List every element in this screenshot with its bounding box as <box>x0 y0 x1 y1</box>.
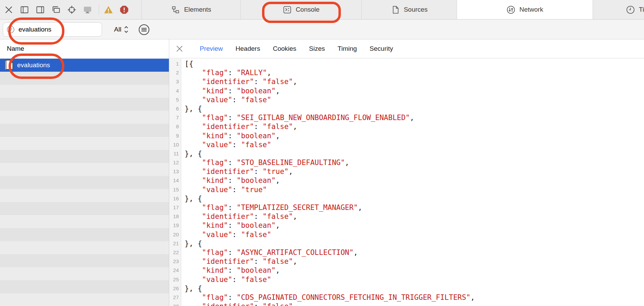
warning-icon[interactable] <box>104 5 113 14</box>
json-line: "flag": "ASYNC_ARTIFACT_COLLECTION", <box>185 248 644 257</box>
close-icon[interactable] <box>4 5 13 14</box>
document-icon <box>391 5 400 14</box>
tab-label: Elements <box>184 6 211 13</box>
filter-query-text: evaluations <box>18 26 51 33</box>
tab-sources[interactable]: Sources <box>361 0 457 19</box>
json-line: "identifier": "false", <box>185 257 644 266</box>
network-filter-bar: evaluations All <box>0 20 644 39</box>
json-preview: 1234567891011121314151617181920212223242… <box>169 59 644 306</box>
detail-tab-sizes[interactable]: Sizes <box>309 45 325 52</box>
json-line: "kind": "boolean", <box>185 176 644 185</box>
json-line: "flag": "RALLY", <box>185 68 644 77</box>
detail-tab-preview[interactable]: Preview <box>200 45 223 52</box>
tab-network[interactable]: Network <box>457 0 593 19</box>
tab-label: Sources <box>404 6 428 13</box>
json-code[interactable]: [{ "flag": "RALLY", "identifier": "false… <box>181 59 644 306</box>
empty-row-stripes <box>0 72 169 306</box>
json-line: }, { <box>185 284 644 293</box>
name-column-header[interactable]: Name <box>0 39 169 58</box>
json-line: "value": "false" <box>185 275 644 284</box>
inspector-main: Name evaluations Preview Headers <box>0 39 644 306</box>
clock-icon <box>626 5 635 14</box>
error-icon[interactable] <box>120 5 129 14</box>
detail-tab-cookies[interactable]: Cookies <box>273 45 296 52</box>
json-line: }, { <box>185 104 644 113</box>
toolbar-divider <box>99 4 99 15</box>
detail-tab-security[interactable]: Security <box>370 45 393 52</box>
json-line: "identifier": "false", <box>185 77 644 86</box>
dock-left-icon[interactable] <box>20 5 29 14</box>
element-picker-icon[interactable] <box>67 5 76 14</box>
json-line: "value": "false" <box>185 95 644 104</box>
inspector-toolbar <box>0 0 141 19</box>
json-line: }, { <box>185 149 644 158</box>
circled-lines-icon[interactable] <box>138 24 150 35</box>
tab-elements[interactable]: Elements <box>141 0 240 19</box>
json-line: "kind": "boolean", <box>185 131 644 140</box>
detail-tab-bar: Preview Headers Cookies Sizes Timing Sec… <box>169 39 644 58</box>
json-line: "flag": "CDS_PAGINATED_CONNECTORS_FETCHI… <box>185 293 644 302</box>
json-line: }, { <box>185 194 644 203</box>
request-rows: evaluations <box>0 59 169 306</box>
up-down-stepper-icon <box>124 25 129 34</box>
inspector-tab-bar: Elements Console Sources Network Timelin… <box>0 0 644 20</box>
tab-console[interactable]: Console <box>240 0 361 19</box>
json-line: "value": "true" <box>185 185 644 194</box>
resource-scope-select[interactable]: All <box>114 20 129 39</box>
tab-timelines[interactable]: Timelines <box>593 0 644 19</box>
dock-right-icon[interactable] <box>36 5 45 14</box>
display-icon[interactable] <box>83 5 92 14</box>
json-line: "flag": "SEI_GITLAB_NEW_ONBOARDING_FLOW_… <box>185 113 644 122</box>
console-icon <box>283 5 292 14</box>
web-inspector-window: Elements Console Sources Network Timelin… <box>0 0 644 306</box>
json-line: "value": "false" <box>185 230 644 239</box>
json-line: "value": "false" <box>185 140 644 149</box>
detail-tab-headers[interactable]: Headers <box>236 45 260 52</box>
hierarchy-icon <box>171 5 180 14</box>
detail-tab-timing[interactable]: Timing <box>338 45 357 52</box>
json-line: "identifier": "false", <box>185 122 644 131</box>
json-line: [{ <box>185 59 644 68</box>
json-line: "identifier": "false", <box>185 302 644 306</box>
line-number-gutter: 1234567891011121314151617181920212223242… <box>169 59 181 306</box>
json-line: "kind": "boolean", <box>185 86 644 95</box>
filter-circle-icon <box>7 25 15 34</box>
json-line: "identifier": "false", <box>185 212 644 221</box>
json-line: "flag": "TEMPLATIZED_SECRET_MANAGER", <box>185 203 644 212</box>
document-icon <box>3 60 14 71</box>
json-line: "identifier": "true", <box>185 167 644 176</box>
network-arrows-icon <box>506 5 516 14</box>
tab-label: Network <box>519 6 543 13</box>
request-row-evaluations[interactable]: evaluations <box>0 59 169 72</box>
request-detail-panel: Preview Headers Cookies Sizes Timing Sec… <box>169 39 644 306</box>
tab-label: Timelines <box>639 6 644 13</box>
windows-overlay-icon[interactable] <box>51 5 61 14</box>
tab-label: Console <box>296 6 320 13</box>
filter-input[interactable]: evaluations <box>3 22 102 37</box>
scope-label: All <box>114 26 121 33</box>
close-detail-icon[interactable] <box>175 45 184 53</box>
json-line: }, { <box>185 239 644 248</box>
json-line: "kind": "boolean", <box>185 221 644 230</box>
request-list-panel: Name evaluations <box>0 39 169 306</box>
json-line: "flag": "STO_BASELINE_DEFAULTING", <box>185 158 644 167</box>
request-row-label: evaluations <box>17 61 50 69</box>
json-line: "kind": "boolean", <box>185 266 644 275</box>
